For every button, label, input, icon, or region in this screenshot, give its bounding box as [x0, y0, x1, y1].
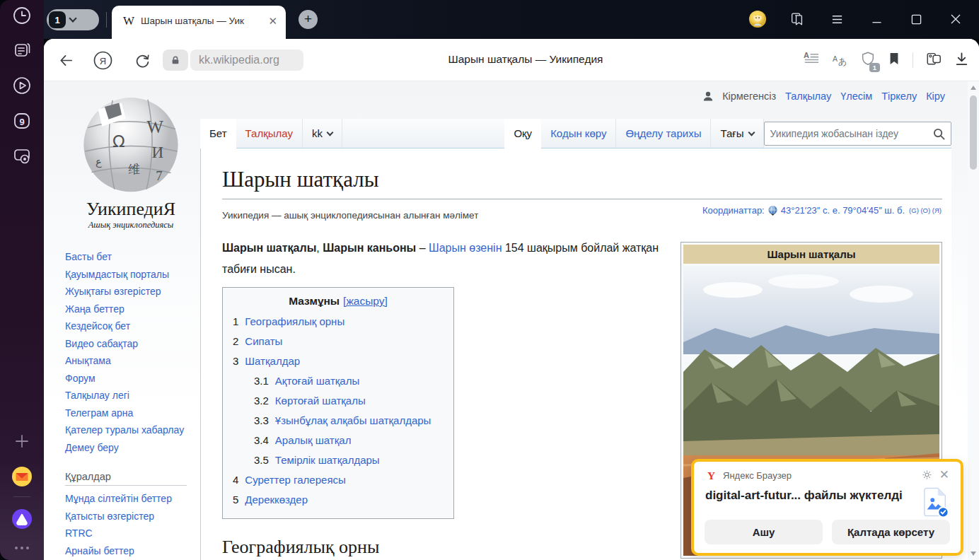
- toc-link[interactable]: Аралық шатқал: [275, 431, 352, 450]
- toc-link[interactable]: Ұзынбұлақ алқабы шатқалдары: [275, 411, 431, 431]
- toc-link[interactable]: Суреттер галереясы: [245, 470, 345, 490]
- section-heading: Географиялық орны: [222, 537, 379, 558]
- toc-number: 3.2: [254, 391, 269, 411]
- more-icon[interactable]: [11, 537, 33, 559]
- video-icon[interactable]: [11, 75, 33, 96]
- svg-text:9: 9: [19, 117, 24, 127]
- sidebar-link[interactable]: Демеу беру: [65, 439, 191, 457]
- tabs-counter[interactable]: 9: [11, 110, 33, 132]
- side-panels-icon[interactable]: [787, 8, 808, 30]
- toc-link[interactable]: Көртоғай шатқалы: [275, 391, 366, 411]
- svg-text:维: 维: [128, 163, 140, 176]
- toc-link[interactable]: Шатқалдар: [245, 351, 300, 371]
- toc-link[interactable]: Географиялық орны: [245, 312, 344, 332]
- downloaded-file-icon[interactable]: [922, 487, 949, 521]
- toc-link[interactable]: Сипаты: [245, 332, 282, 351]
- namespace-tab[interactable]: kk: [303, 119, 342, 148]
- tools-link[interactable]: RTRC: [65, 525, 191, 542]
- alice-assistant-icon[interactable]: [11, 508, 33, 530]
- tab-label: Талқылау: [245, 127, 293, 139]
- sidebar-link[interactable]: Қауымдастық порталы: [65, 266, 191, 284]
- scroll-down-icon[interactable]: [971, 552, 976, 556]
- tools-link[interactable]: Қатысты өзгерістер: [65, 508, 191, 525]
- add-panel-icon[interactable]: [11, 431, 33, 452]
- personal-link[interactable]: Тіркелу: [881, 91, 917, 102]
- view-tab[interactable]: Оқу: [504, 119, 541, 148]
- namespace-tab[interactable]: Талқылау: [236, 119, 303, 148]
- url-text[interactable]: kk.wikipedia.org: [190, 49, 303, 71]
- sidebar-link[interactable]: Анықтама: [65, 352, 191, 370]
- namespace-tab[interactable]: Бет: [200, 119, 236, 148]
- search-icon[interactable]: [933, 128, 945, 140]
- reader-mode-icon[interactable]: A: [804, 51, 820, 70]
- coordinates-refs[interactable]: (G) (O) (Я): [909, 206, 942, 214]
- browser-toolbar: Я kk.wikipedia.org Шарын шатқалы — Уикип…: [44, 39, 979, 81]
- collections-icon[interactable]: [925, 50, 942, 70]
- close-button[interactable]: [945, 8, 966, 30]
- personal-link[interactable]: Талқылау: [785, 91, 831, 102]
- history-icon[interactable]: [11, 5, 33, 26]
- lock-icon[interactable]: [163, 49, 188, 71]
- toc-item: 3.1Ақтоғай шатқалы: [233, 371, 444, 391]
- protect-shield-icon[interactable]: 1: [860, 51, 876, 69]
- personal-link[interactable]: Үлесім: [840, 91, 872, 102]
- maximize-button[interactable]: [905, 8, 927, 30]
- search-input[interactable]: [770, 128, 933, 139]
- sidebar-link[interactable]: Форум: [65, 370, 191, 387]
- yandex-services-icon[interactable]: Я: [93, 51, 112, 70]
- notification-close-icon[interactable]: ✕: [939, 467, 949, 482]
- open-file-button[interactable]: Ашу: [705, 520, 823, 544]
- feed-icon[interactable]: [11, 40, 33, 61]
- screenshot-icon[interactable]: [11, 146, 33, 167]
- scroll-up-icon[interactable]: [971, 86, 976, 90]
- toc-heading: Мазмұны: [289, 295, 340, 307]
- toc-link[interactable]: Темірлік шатқалдары: [275, 450, 380, 470]
- sidebar-link[interactable]: Телеграм арна: [65, 404, 191, 422]
- sidebar-link[interactable]: Талқылау легі: [65, 387, 191, 404]
- sidebar-link[interactable]: Басты бет: [65, 248, 191, 266]
- view-tab[interactable]: Тағы: [711, 119, 763, 148]
- page-scrollbar[interactable]: [968, 81, 979, 560]
- active-tab[interactable]: W Шарын шатқалы — Уик ✕: [112, 6, 286, 39]
- profile-avatar[interactable]: [747, 8, 768, 30]
- wikipedia-favicon: W: [123, 14, 134, 28]
- sidebar-link[interactable]: Жаңа беттер: [65, 301, 191, 318]
- toc-link[interactable]: Дереккөздер: [245, 490, 308, 510]
- show-in-folder-button[interactable]: Қалтада көрсету: [832, 520, 950, 544]
- address-bar[interactable]: kk.wikipedia.org: [163, 49, 303, 71]
- notification-settings-icon[interactable]: [922, 469, 932, 483]
- coordinates-value[interactable]: 43°21′23″ с. е. 79°04′45″ ш. б.: [781, 205, 905, 216]
- coordinates: Координаттар: 43°21′23″ с. е. 79°04′45″ …: [702, 205, 942, 216]
- view-tab[interactable]: Кодын көру: [541, 119, 616, 148]
- coordinates-label[interactable]: Координаттар:: [702, 205, 765, 216]
- tab-close-icon[interactable]: ✕: [268, 15, 277, 28]
- bookmark-icon[interactable]: [888, 52, 900, 69]
- download-notification: Y Яндекс Браузер ✕ digital-art-futur... …: [691, 459, 963, 556]
- personal-link[interactable]: Кіру: [926, 91, 945, 102]
- sidebar-link[interactable]: Қателер туралы хабарлау: [65, 421, 191, 439]
- wikipedia-logo[interactable]: W Ω И 维 7 ع УикипедиЯ Ашық энциклопедияс…: [68, 90, 194, 231]
- new-tab-button[interactable]: +: [299, 10, 318, 29]
- downloads-icon[interactable]: [954, 52, 969, 69]
- tools-link[interactable]: Арнайы беттер: [65, 542, 191, 560]
- globe-icon[interactable]: [767, 205, 778, 216]
- download-message: digital-art-futur... файлы жүктелді: [705, 489, 903, 503]
- intro-link[interactable]: Шарын өзенін: [429, 242, 502, 254]
- toc-hide-toggle[interactable]: [жасыру]: [343, 295, 388, 307]
- menu-icon[interactable]: [826, 8, 847, 30]
- intro-text: –: [416, 242, 429, 254]
- minimize-button[interactable]: [866, 8, 887, 30]
- view-tab[interactable]: Өңделу тарихы: [616, 119, 711, 148]
- yandex-mail-icon[interactable]: [11, 466, 33, 487]
- tools-link[interactable]: Мұнда сілтейтін беттер: [65, 490, 191, 508]
- back-icon[interactable]: [57, 51, 76, 70]
- refresh-icon[interactable]: [133, 51, 152, 70]
- sidebar-link[interactable]: Кездейсоқ бет: [65, 317, 191, 335]
- sidebar-link[interactable]: Видео сабақтар: [65, 335, 191, 353]
- scrollbar-thumb[interactable]: [970, 95, 977, 170]
- wiki-search-box[interactable]: [764, 122, 951, 146]
- toc-link[interactable]: Ақтоғай шатқалы: [275, 371, 359, 391]
- tab-group-button[interactable]: 1: [47, 9, 99, 30]
- translate-icon[interactable]: Aあ: [832, 51, 848, 70]
- sidebar-link[interactable]: Жуықтағы өзгерістер: [65, 283, 191, 301]
